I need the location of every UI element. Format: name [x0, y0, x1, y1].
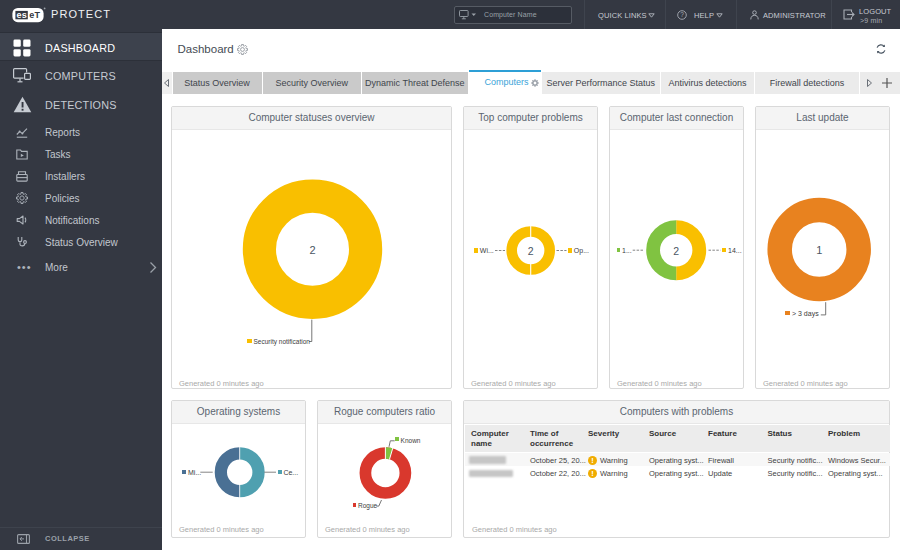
svg-text:es: es: [17, 10, 27, 20]
svg-text:eT: eT: [29, 10, 40, 20]
svg-text:?: ?: [680, 11, 684, 18]
